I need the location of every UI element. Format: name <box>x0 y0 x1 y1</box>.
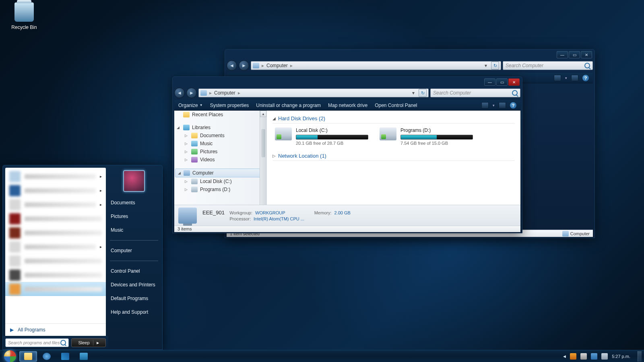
pictures-icon <box>191 149 198 154</box>
preview-pane-button[interactable] <box>571 75 578 81</box>
desktop-icon-recycle-bin[interactable]: Recycle Bin <box>8 2 40 31</box>
help-icon[interactable]: ? <box>510 102 516 109</box>
user-avatar[interactable] <box>123 170 145 192</box>
search-placeholder: Search Computer <box>506 63 543 68</box>
refresh-button[interactable]: ↻ <box>419 89 427 97</box>
organize-button[interactable]: Organize▼ <box>178 103 203 108</box>
nav-programs-d[interactable]: ▷ Programs (D:) <box>174 185 266 193</box>
taskbar-item-explorer[interactable] <box>19 351 37 362</box>
help-icon[interactable]: ? <box>582 75 589 81</box>
search-box[interactable]: Search Computer <box>430 88 520 97</box>
details-memory: 2.00 GB <box>334 210 351 215</box>
nav-pictures[interactable]: ▷ Pictures <box>174 148 266 156</box>
preview-pane-button[interactable] <box>499 102 506 109</box>
details-pane: EEE_901 Workgroup: WORKGROUP Memory: 2.0… <box>174 205 520 226</box>
view-options-button[interactable] <box>481 102 489 109</box>
app-icon <box>80 353 88 360</box>
minimize-button[interactable]: — <box>484 78 495 86</box>
group-network-location[interactable]: ▷ Network Location (1) <box>272 151 515 161</box>
start-link-default-programs[interactable]: Default Programs <box>110 294 158 303</box>
drive-programs-d[interactable]: Programs (D:) 7.54 GB free of 15.0 GB <box>380 128 473 146</box>
nav-documents[interactable]: ▷ Documents <box>174 132 266 140</box>
breadcrumb-computer[interactable]: Computer <box>214 90 235 96</box>
details-workgroup-label: Workgroup: <box>227 210 254 215</box>
start-menu: ▸ ▸ ▸ ▸ ▶ All Programs Search programs a… <box>2 165 163 350</box>
drive-icon <box>191 179 198 184</box>
drive-free-space: 7.54 GB free of 15.0 GB <box>400 141 473 146</box>
taskbar-item[interactable] <box>38 351 56 362</box>
search-icon[interactable] <box>512 90 518 96</box>
view-dropdown[interactable]: ▾ <box>565 76 567 80</box>
nav-scrollbar[interactable]: ▲ ▼ <box>260 111 266 213</box>
nav-recent-places[interactable]: Recent Places <box>174 111 266 119</box>
forward-button[interactable]: ► <box>239 60 249 71</box>
back-button[interactable]: ◄ <box>227 60 237 71</box>
start-link-computer[interactable]: Computer <box>110 246 158 255</box>
pinned-program[interactable] <box>5 212 106 226</box>
search-icon[interactable] <box>584 63 590 68</box>
libraries-icon <box>183 125 190 130</box>
tray-icon[interactable] <box>580 353 587 360</box>
pinned-program[interactable]: ▸ <box>5 169 106 183</box>
start-link-documents[interactable]: Documents <box>110 198 158 207</box>
pinned-program[interactable] <box>5 226 106 240</box>
drive-local-disk-c[interactable]: Local Disk (C:) 20.1 GB free of 28.7 GB <box>275 128 368 146</box>
tray-expand-button[interactable]: ◀ <box>563 354 566 358</box>
pinned-program[interactable]: ▸ <box>5 197 106 212</box>
explorer-window-front[interactable]: — ▭ ✕ ◄ ► ▸ Computer ▸ ▾ ↻ Search Comput… <box>172 76 522 233</box>
computer-icon <box>178 208 197 224</box>
scroll-up-button[interactable]: ▲ <box>260 111 266 117</box>
uninstall-button[interactable]: Uninstall or change a program <box>256 103 321 108</box>
pinned-program[interactable] <box>5 254 106 268</box>
nav-libraries[interactable]: ◢ Libraries <box>174 123 266 132</box>
pinned-program[interactable]: ▸ <box>5 240 106 254</box>
start-link-help[interactable]: Help and Support <box>110 308 158 317</box>
pinned-program[interactable] <box>5 268 106 282</box>
open-control-panel-button[interactable]: Open Control Panel <box>375 103 417 108</box>
address-bar[interactable]: ▸ Computer ▸ ▾ ↻ <box>251 61 501 70</box>
close-button[interactable]: ✕ <box>581 51 592 58</box>
map-network-drive-button[interactable]: Map network drive <box>328 103 367 108</box>
drive-icon <box>275 128 292 140</box>
address-dropdown[interactable]: ▾ <box>411 90 416 96</box>
start-link-pictures[interactable]: Pictures <box>110 212 158 221</box>
tray-icon[interactable] <box>591 353 597 360</box>
nav-music[interactable]: ▷ Music <box>174 140 266 148</box>
maximize-button[interactable]: ▭ <box>569 51 580 58</box>
start-link-control-panel[interactable]: Control Panel <box>110 267 158 276</box>
refresh-button[interactable]: ↻ <box>491 62 499 70</box>
taskbar-item[interactable] <box>75 351 93 362</box>
tray-battery-icon[interactable] <box>601 353 608 360</box>
nav-computer[interactable]: ◢ Computer <box>175 169 266 177</box>
taskbar-clock[interactable]: 5:27 p.m. <box>612 354 630 359</box>
show-desktop-button[interactable] <box>638 351 642 362</box>
maximize-button[interactable]: ▭ <box>496 78 508 86</box>
close-button[interactable]: ✕ <box>508 78 520 86</box>
forward-button[interactable]: ► <box>186 88 197 98</box>
search-box[interactable]: Search Computer <box>503 61 593 70</box>
tray-icon[interactable] <box>570 353 576 360</box>
address-bar[interactable]: ▸ Computer ▸ ▾ ↻ <box>198 88 429 97</box>
back-button[interactable]: ◄ <box>174 88 185 98</box>
pinned-program[interactable]: ▸ <box>5 183 106 197</box>
all-programs-button[interactable]: ▶ All Programs <box>5 323 106 336</box>
breadcrumb-computer[interactable]: Computer <box>266 63 288 68</box>
start-button[interactable] <box>2 350 18 362</box>
taskbar-item[interactable] <box>56 351 74 362</box>
nav-local-disk-c[interactable]: ▷ Local Disk (C:) <box>174 177 266 185</box>
sleep-button[interactable]: Sleep ▶ <box>71 338 106 347</box>
drive-usage-bar <box>296 135 368 140</box>
start-link-music[interactable]: Music <box>110 226 158 234</box>
address-dropdown[interactable]: ▾ <box>483 63 489 68</box>
start-search-box[interactable]: Search programs and files <box>5 338 69 347</box>
nav-videos[interactable]: ▷ Videos <box>174 156 266 164</box>
start-link-devices[interactable]: Devices and Printers <box>110 280 158 289</box>
view-options-button[interactable] <box>554 75 561 81</box>
system-properties-button[interactable]: System properties <box>210 103 249 108</box>
pinned-program[interactable] <box>5 282 106 296</box>
minimize-button[interactable]: — <box>557 51 568 58</box>
view-dropdown[interactable]: ▾ <box>493 103 495 107</box>
scroll-thumb[interactable] <box>261 129 265 157</box>
windows-orb-icon <box>4 350 16 362</box>
group-hard-disk-drives[interactable]: ◢ Hard Disk Drives (2) <box>272 114 515 123</box>
